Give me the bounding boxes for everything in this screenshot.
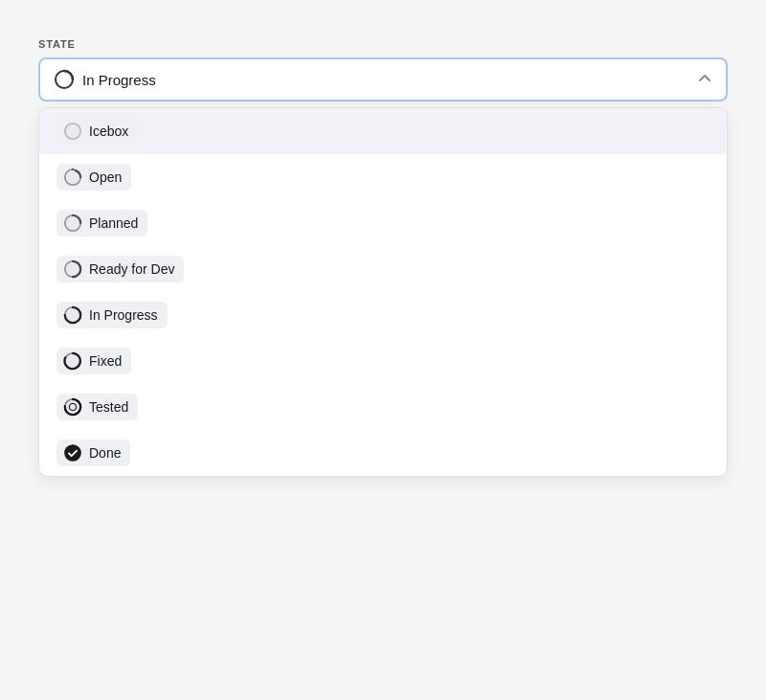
select-current-value: In Progress [82,72,156,88]
open-pill: Open [56,164,131,191]
icebox-icon [62,121,83,142]
option-done[interactable]: Done [39,430,727,476]
in-progress-label: In Progress [89,307,158,323]
open-label: Open [89,169,122,185]
option-planned[interactable]: Planned [39,200,727,246]
ready-for-dev-pill: Ready for Dev [56,256,184,282]
dropdown-panel: Icebox Open [38,107,728,477]
icebox-label: Icebox [89,124,128,139]
planned-pill: Planned [56,210,147,237]
option-open[interactable]: Open [39,154,727,200]
tested-label: Tested [89,399,128,415]
chevron-up-icon [697,71,712,89]
svg-point-9 [65,445,80,461]
planned-label: Planned [89,215,138,231]
done-icon [62,442,83,463]
in-progress-pill: In Progress [56,302,168,328]
tested-pill: Tested [56,394,138,420]
selected-state-icon [54,69,75,90]
done-label: Done [89,445,121,461]
state-selector-container: STATE In Progress [38,38,728,477]
fixed-label: Fixed [89,353,122,369]
open-icon [62,167,83,188]
icebox-pill: Icebox [56,118,138,145]
option-tested[interactable]: Tested [39,384,727,430]
fixed-icon [62,350,83,372]
ready-for-dev-icon [62,259,83,280]
option-ready-for-dev[interactable]: Ready for Dev [39,246,727,292]
option-fixed[interactable]: Fixed [39,338,727,384]
state-select-box[interactable]: In Progress [38,57,728,102]
tested-icon [62,396,83,418]
done-pill: Done [56,440,130,466]
option-icebox[interactable]: Icebox [39,108,727,154]
select-box-left: In Progress [54,69,156,90]
planned-icon [62,213,83,234]
ready-for-dev-label: Ready for Dev [89,261,174,277]
field-label: STATE [38,38,728,50]
in-progress-icon [62,305,83,326]
option-in-progress[interactable]: In Progress [39,292,727,338]
fixed-pill: Fixed [56,348,131,374]
svg-point-1 [65,124,80,139]
